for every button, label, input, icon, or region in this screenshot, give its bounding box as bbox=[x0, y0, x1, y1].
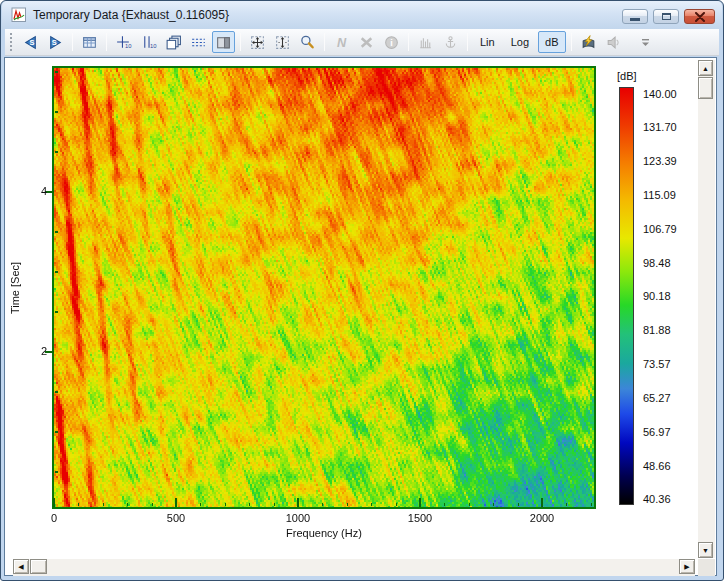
scroll-left-icon: ◀ bbox=[18, 563, 23, 570]
export-icon bbox=[580, 34, 597, 51]
restore-button[interactable] bbox=[653, 9, 679, 24]
toolbar-separator bbox=[324, 33, 325, 51]
close-icon bbox=[694, 12, 706, 22]
y-axis-title: Time [Sec] bbox=[9, 238, 23, 338]
toolbar-separator bbox=[72, 33, 73, 51]
toolbar-separator bbox=[106, 33, 107, 51]
scroll-left-button[interactable]: ◀ bbox=[13, 559, 29, 574]
svg-text:10: 10 bbox=[125, 43, 132, 49]
colorbar-tick-label: 106.79 bbox=[643, 223, 691, 235]
delete-cursor-button[interactable] bbox=[355, 31, 378, 53]
y-minor-tick bbox=[55, 231, 58, 233]
y-minor-tick bbox=[55, 111, 58, 113]
x-minor-tick bbox=[347, 503, 348, 506]
x-major-tick bbox=[419, 498, 421, 507]
x-cross-icon bbox=[358, 34, 375, 51]
info-button[interactable]: i bbox=[380, 31, 403, 53]
comb-icon bbox=[417, 34, 434, 51]
colorbar-tick-label: 123.39 bbox=[643, 155, 691, 167]
colorbar-tick-label: 131.70 bbox=[643, 121, 691, 133]
scroll-right-button[interactable]: ▶ bbox=[679, 559, 695, 574]
x-minor-tick bbox=[469, 503, 470, 506]
data-grid-button[interactable] bbox=[78, 31, 101, 53]
x-tick-label: 1500 bbox=[390, 512, 450, 524]
x-tick-label: 1000 bbox=[268, 512, 328, 524]
colorbar-gradient bbox=[619, 87, 634, 505]
zoom-button[interactable] bbox=[296, 31, 319, 53]
x-tick-label: 0 bbox=[24, 512, 84, 524]
cursor-v-icon: 10 bbox=[140, 34, 157, 51]
x-major-tick bbox=[175, 498, 177, 507]
scroll-down-icon: ▼ bbox=[702, 547, 709, 554]
toolbar-grip[interactable] bbox=[10, 33, 13, 51]
vertical-scroll-thumb[interactable] bbox=[698, 77, 713, 99]
x-minor-tick bbox=[127, 503, 128, 506]
toolbar-separator bbox=[467, 33, 468, 51]
play-audio-button[interactable] bbox=[602, 31, 625, 53]
harmonic-cursor-button[interactable] bbox=[414, 31, 437, 53]
lin-scale-button[interactable]: Lin bbox=[473, 31, 502, 53]
anchor-icon bbox=[442, 34, 459, 51]
svg-text:N: N bbox=[337, 35, 347, 50]
y-minor-tick bbox=[55, 311, 58, 313]
y-minor-tick bbox=[55, 471, 58, 473]
vertical-cursor-button[interactable]: 10 bbox=[137, 31, 160, 53]
y-minor-tick bbox=[55, 151, 58, 153]
scroll-up-icon: ▲ bbox=[702, 65, 709, 72]
curve-fit-button[interactable]: N bbox=[330, 31, 353, 53]
resize-grip[interactable] bbox=[698, 559, 715, 576]
x-minor-tick bbox=[225, 503, 226, 506]
colorbar-tick-label: 90.18 bbox=[643, 290, 691, 302]
close-button[interactable] bbox=[684, 9, 715, 24]
anchor-cursor-button[interactable] bbox=[439, 31, 462, 53]
colorbar-tick-label: 98.48 bbox=[643, 257, 691, 269]
x-minor-tick bbox=[322, 503, 323, 506]
waterfall-view-button[interactable] bbox=[162, 31, 185, 53]
scroll-down-button[interactable]: ▼ bbox=[698, 542, 713, 558]
autoscale-xy-button[interactable] bbox=[246, 31, 269, 53]
x-minor-tick bbox=[249, 503, 250, 506]
toolbar-overflow-button[interactable] bbox=[634, 31, 657, 53]
log-scale-button[interactable]: Log bbox=[504, 31, 536, 53]
colorbar-tick-label: 140.00 bbox=[643, 88, 691, 100]
cursor-h-icon: 10 bbox=[115, 34, 132, 51]
colorbar-tick-label: 48.66 bbox=[643, 460, 691, 472]
next-record-button[interactable]: S bbox=[44, 31, 67, 53]
magnifier-icon bbox=[299, 34, 316, 51]
y-minor-tick bbox=[55, 391, 58, 393]
app-icon bbox=[11, 7, 27, 23]
spectra-view-button[interactable] bbox=[187, 31, 210, 53]
colorbar-tick-label: 81.88 bbox=[643, 324, 691, 336]
horizontal-cursor-button[interactable]: 10 bbox=[112, 31, 135, 53]
horizontal-scrollbar[interactable]: ◀ ▶ bbox=[13, 559, 695, 576]
export-button[interactable] bbox=[577, 31, 600, 53]
x-major-tick bbox=[297, 498, 299, 507]
x-minor-tick bbox=[444, 503, 445, 506]
layers-icon bbox=[165, 34, 182, 51]
svg-text:S: S bbox=[52, 38, 57, 47]
fit-y-icon bbox=[274, 34, 291, 51]
toolbar-separator bbox=[240, 33, 241, 51]
prev-record-button[interactable]: S bbox=[19, 31, 42, 53]
db-scale-button[interactable]: dB bbox=[538, 31, 565, 53]
scroll-up-button[interactable]: ▲ bbox=[698, 60, 713, 76]
x-minor-tick bbox=[152, 503, 153, 506]
autoscale-y-button[interactable] bbox=[271, 31, 294, 53]
spectrogram-canvas[interactable] bbox=[54, 68, 594, 507]
colorbar-tick-label: 73.57 bbox=[643, 358, 691, 370]
overflow-icon bbox=[639, 35, 652, 50]
x-minor-tick bbox=[78, 503, 79, 506]
minimize-button[interactable] bbox=[622, 9, 648, 24]
titlebar[interactable]: Temporary Data {Exhaust_0.116095} bbox=[2, 1, 722, 29]
svg-text:10: 10 bbox=[150, 43, 157, 49]
colormap-view-button[interactable] bbox=[212, 31, 235, 53]
x-minor-tick bbox=[493, 503, 494, 506]
y-tick-label: 2 bbox=[19, 345, 47, 357]
horizontal-scroll-thumb[interactable] bbox=[30, 559, 47, 574]
y-minor-tick bbox=[55, 271, 58, 273]
vertical-scrollbar[interactable]: ▲ ▼ bbox=[698, 60, 715, 558]
n-curve-icon: N bbox=[333, 34, 350, 51]
x-minor-tick bbox=[396, 503, 397, 506]
x-minor-tick bbox=[103, 503, 104, 506]
grid-icon bbox=[81, 34, 98, 51]
